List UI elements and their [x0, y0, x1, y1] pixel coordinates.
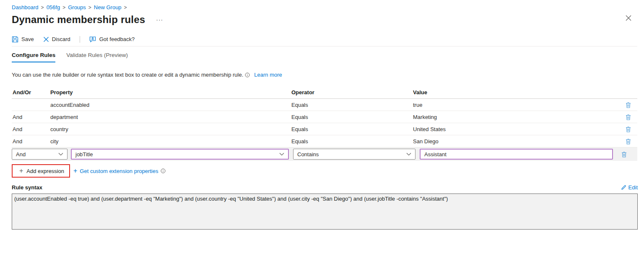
cell-value: Marketing [412, 114, 619, 120]
edit-rule-syntax-button[interactable]: Edit [621, 184, 638, 191]
more-menu-icon[interactable]: ··· [156, 16, 163, 23]
rule-syntax-textbox[interactable]: (user.accountEnabled -eq true) and (user… [12, 194, 638, 230]
chevron-down-icon [279, 152, 284, 156]
breadcrumb-groups[interactable]: Groups [68, 4, 86, 10]
plus-icon: + [19, 167, 23, 175]
save-icon [12, 36, 18, 43]
page-title: Dynamic membership rules [12, 14, 145, 26]
cell-operator: Equals [291, 102, 412, 108]
discard-button[interactable]: Discard [43, 36, 70, 42]
cell-value: San Diego [412, 138, 619, 145]
description-text: You can use the rule builder or rule syn… [12, 72, 243, 78]
cell-value: true [412, 102, 619, 108]
property-dropdown-value: jobTitle [75, 151, 93, 157]
trash-icon [621, 151, 627, 157]
breadcrumb-separator: > [62, 5, 65, 10]
delete-row-button[interactable] [619, 102, 637, 108]
operator-dropdown-value: Contains [297, 151, 319, 157]
cell-andor: And [12, 126, 49, 132]
tab-configure-rules[interactable]: Configure Rules [12, 52, 55, 62]
col-header-property: Property [49, 89, 291, 96]
cell-property: city [49, 138, 291, 145]
breadcrumb-separator: > [41, 5, 44, 10]
trash-icon [626, 138, 631, 145]
value-input[interactable] [420, 149, 613, 160]
breadcrumb-separator: > [124, 5, 127, 10]
delete-row-button[interactable] [616, 151, 631, 157]
close-icon[interactable] [626, 15, 631, 21]
breadcrumb-056fg[interactable]: 056fg [47, 4, 60, 10]
save-button[interactable]: Save [12, 36, 34, 43]
breadcrumb-dashboard[interactable]: Dashboard [12, 4, 39, 10]
cell-operator: Equals [291, 126, 412, 132]
learn-more-link[interactable]: Learn more [254, 72, 282, 78]
cell-operator: Equals [291, 138, 412, 145]
operator-dropdown[interactable]: Contains [293, 149, 415, 160]
trash-icon [626, 102, 631, 108]
save-label: Save [21, 36, 34, 42]
pencil-icon [621, 185, 626, 190]
plus-icon: + [73, 167, 77, 175]
property-dropdown[interactable]: jobTitle [71, 149, 289, 160]
breadcrumb-new-group[interactable]: New Group [94, 4, 122, 10]
rule-builder-table: And/Or Property Operator Value accountEn… [12, 86, 637, 161]
dynamic-membership-rules-blade: Dashboard > 056fg > Groups > New Group >… [0, 0, 644, 253]
feedback-icon [89, 36, 96, 43]
cell-andor: And [12, 138, 49, 145]
add-expression-button[interactable]: + Add expression [12, 164, 70, 178]
cell-operator: Equals [291, 114, 412, 120]
feedback-button[interactable]: Got feedback? [89, 36, 135, 43]
table-row: And department Equals Marketing [12, 111, 637, 123]
command-bar: Save Discard Got feedback? [12, 32, 637, 46]
andor-dropdown-value: And [16, 151, 26, 157]
info-icon [245, 72, 250, 77]
chevron-down-icon [58, 152, 63, 156]
add-expression-label: Add expression [26, 168, 64, 174]
discard-x-icon [43, 36, 49, 42]
feedback-label: Got feedback? [99, 36, 135, 42]
table-row: accountEnabled Equals true [12, 99, 637, 111]
toolbar-divider [80, 36, 80, 43]
delete-row-button[interactable] [619, 114, 637, 120]
tab-bar: Configure Rules Validate Rules (Preview) [12, 52, 637, 62]
breadcrumb: Dashboard > 056fg > Groups > New Group > [12, 4, 637, 10]
get-custom-extension-properties-button[interactable]: + Get custom extension properties [73, 167, 166, 175]
discard-label: Discard [52, 36, 70, 42]
col-header-andor: And/Or [12, 89, 49, 96]
col-header-value: Value [412, 89, 619, 96]
tab-validate-rules[interactable]: Validate Rules (Preview) [66, 52, 128, 62]
info-icon [161, 168, 166, 173]
delete-row-button[interactable] [619, 126, 637, 132]
expression-edit-row: And jobTitle Contains [12, 147, 637, 161]
cell-value: United States [412, 126, 619, 132]
table-header-row: And/Or Property Operator Value [12, 86, 637, 99]
edit-label: Edit [628, 184, 638, 191]
col-header-operator: Operator [291, 89, 412, 96]
cell-property: country [49, 126, 291, 132]
cell-property: department [49, 114, 291, 120]
trash-icon [626, 126, 631, 132]
get-custom-extension-label: Get custom extension properties [80, 168, 158, 174]
delete-row-button[interactable] [619, 138, 637, 145]
andor-dropdown[interactable]: And [12, 149, 68, 160]
rule-syntax-section: Rule syntax Edit (user.accountEnabled -e… [12, 184, 638, 230]
chevron-down-icon [406, 152, 411, 156]
trash-icon [626, 114, 631, 120]
table-row: And country Equals United States [12, 123, 637, 135]
cell-property: accountEnabled [49, 102, 291, 108]
cell-andor: And [12, 114, 49, 120]
breadcrumb-separator: > [88, 5, 91, 10]
table-row: And city Equals San Diego [12, 135, 637, 147]
rule-syntax-label: Rule syntax [12, 184, 42, 191]
